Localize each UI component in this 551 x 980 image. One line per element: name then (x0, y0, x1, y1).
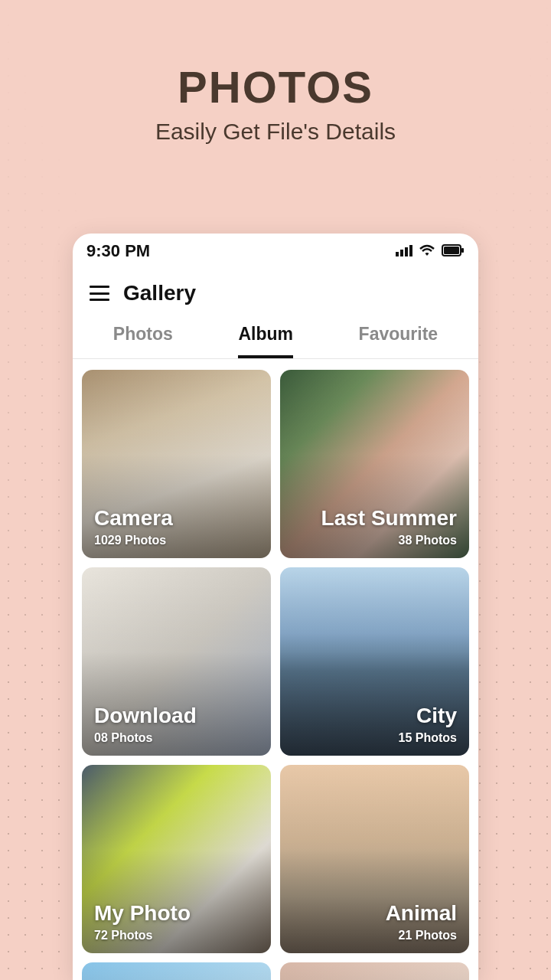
album-last-summer[interactable]: Last Summer 38 Photos (280, 370, 469, 558)
album-subtitle: 72 Photos (94, 929, 259, 942)
tab-photos[interactable]: Photos (113, 324, 173, 358)
album-my-photo[interactable]: My Photo 72 Photos (82, 765, 271, 953)
tab-favourite[interactable]: Favourite (359, 324, 439, 358)
app-bar: Gallery (73, 264, 478, 313)
signal-icon (396, 241, 412, 261)
album-title: Download (94, 704, 259, 728)
album-more[interactable] (280, 962, 469, 980)
album-title: My Photo (94, 901, 259, 926)
app-title: Gallery (123, 281, 196, 305)
album-title: City (292, 704, 457, 728)
svg-rect-6 (461, 248, 464, 253)
svg-rect-0 (396, 252, 399, 256)
album-download[interactable]: Download 08 Photos (82, 567, 271, 756)
svg-rect-5 (444, 247, 459, 254)
album-subtitle: 08 Photos (94, 731, 259, 745)
album-animal[interactable]: Animal 21 Photos (280, 765, 469, 953)
album-title: Animal (292, 901, 457, 926)
phone-frame: 9:30 PM Gallery Photos Album Favourite C… (73, 234, 478, 980)
album-more[interactable] (82, 962, 271, 980)
tab-album[interactable]: Album (238, 324, 293, 358)
album-subtitle: 38 Photos (292, 534, 457, 547)
status-bar: 9:30 PM (73, 234, 478, 264)
menu-icon[interactable] (90, 286, 109, 301)
hero-subtitle: Easily Get File's Details (0, 119, 551, 145)
album-grid[interactable]: Camera 1029 Photos Last Summer 38 Photos… (73, 359, 478, 980)
svg-rect-1 (400, 250, 403, 256)
wifi-icon (419, 241, 435, 261)
status-time: 9:30 PM (86, 241, 150, 261)
hero-title: PHOTOS (0, 61, 551, 113)
album-overlay (280, 962, 469, 980)
svg-rect-2 (405, 247, 408, 256)
album-subtitle: 15 Photos (292, 731, 457, 745)
album-subtitle: 21 Photos (292, 929, 457, 942)
album-overlay (82, 962, 271, 980)
tab-bar: Photos Album Favourite (73, 313, 478, 359)
album-subtitle: 1029 Photos (94, 534, 259, 547)
battery-icon (442, 241, 465, 261)
album-title: Last Summer (292, 506, 457, 531)
svg-rect-3 (409, 245, 412, 256)
album-city[interactable]: City 15 Photos (280, 567, 469, 756)
album-camera[interactable]: Camera 1029 Photos (82, 370, 271, 558)
album-title: Camera (94, 506, 259, 531)
hero-header: PHOTOS Easily Get File's Details (0, 0, 551, 145)
